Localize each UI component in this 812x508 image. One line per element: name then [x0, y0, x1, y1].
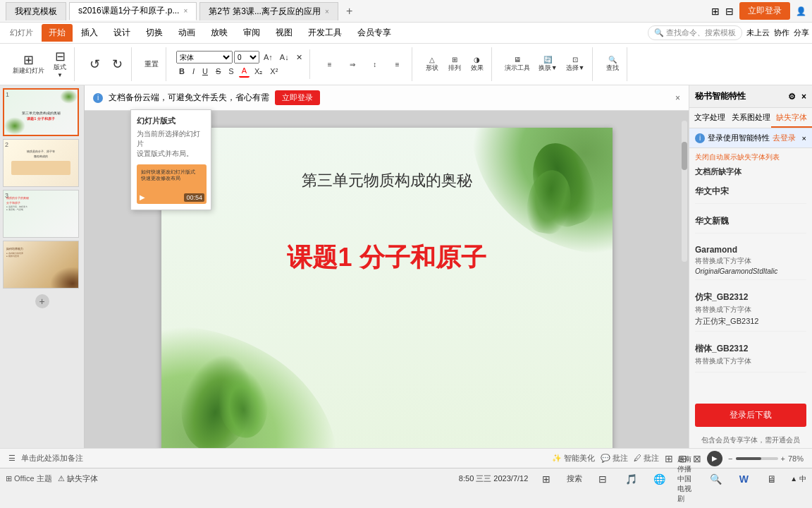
italic-btn[interactable]: I — [190, 66, 197, 77]
shadow-btn[interactable]: S — [226, 66, 236, 77]
tab-design[interactable]: 设计 — [106, 24, 137, 42]
slide-thumbnail-4[interactable]: 4 如何培养能力 ● 各种能力的培养 ● 观察与思考 — [3, 241, 79, 289]
close-panel-btn[interactable]: × — [801, 92, 806, 102]
align-btn[interactable]: ≡ — [388, 49, 407, 79]
font-family-select[interactable]: 宋体 — [176, 51, 233, 64]
effect-btn[interactable]: ◑ 效果 — [467, 49, 487, 79]
font-color-btn[interactable]: A — [239, 65, 250, 78]
bold-btn[interactable]: B — [176, 66, 187, 77]
reset-btn[interactable]: 重置 — [142, 49, 161, 79]
tab-insert[interactable]: 插入 — [74, 24, 105, 42]
layout-btn[interactable]: ⊟ 版式 ▼ — [50, 49, 70, 79]
undo-btn[interactable]: ↺ — [85, 49, 104, 79]
play-btn[interactable]: ▶ — [707, 451, 722, 466]
zoom-in-btn[interactable]: + — [781, 454, 785, 463]
notice-info-icon: i — [695, 133, 705, 143]
present-tools-btn[interactable]: 🖥 演示工具 — [502, 49, 533, 79]
find-label: 查找 — [606, 64, 619, 73]
zoom-out-btn[interactable]: − — [728, 454, 732, 463]
strikethrough-btn[interactable]: S — [213, 66, 223, 77]
line-spacing-btn[interactable]: ↕ — [365, 49, 385, 79]
tab-ppt1[interactable]: s2016课题1分子和原子.p... × — [69, 2, 197, 20]
collab-btn[interactable]: 协作 — [774, 28, 789, 38]
window-icon-2[interactable]: ⊟ — [725, 6, 734, 17]
slide-thumbnail-2[interactable]: 2 物质是由分子、原子等 微粒构成的 — [3, 139, 79, 187]
avatar-icon[interactable]: 👤 — [796, 6, 806, 16]
right-panel-tabs: 文字处理 关系图处理 缺失字体 — [689, 108, 812, 128]
font-increase-btn[interactable]: A↑ — [261, 52, 276, 63]
font-clear-btn[interactable]: ✕ — [293, 52, 305, 64]
indent-btn[interactable]: ⇒ — [343, 49, 362, 79]
tab-relation-diagram[interactable]: 关系图处理 — [730, 108, 771, 128]
font-size-select[interactable]: 0 — [234, 51, 259, 64]
select-btn[interactable]: ⊡ 选择▼ — [563, 49, 588, 79]
search-icon[interactable]: 🔍 — [706, 469, 725, 489]
tab-missing-font[interactable]: 缺失字体 — [771, 108, 812, 128]
redo-btn[interactable]: ↻ — [107, 49, 127, 79]
browser-icon[interactable]: 🌐 — [649, 469, 669, 489]
tab-start[interactable]: 开始 — [42, 24, 73, 42]
shapes-label: 形状 — [426, 64, 438, 73]
tab-ppt1-close[interactable]: × — [183, 7, 187, 15]
slide-thumbnail-1[interactable]: 1 第三单元物质构成的奥秘 课题1 分子和原子 — [3, 88, 79, 136]
effect-icon: ◑ — [474, 56, 480, 64]
tab-slideshow[interactable]: 放映 — [204, 24, 235, 42]
zoom-slider[interactable] — [736, 457, 778, 460]
word-icon[interactable]: W — [734, 469, 753, 489]
tab-transition[interactable]: 切换 — [139, 24, 170, 42]
font-replace-label-3: 将替换成下方字体 — [695, 256, 806, 266]
tab-ppt2-close[interactable]: × — [325, 8, 329, 16]
find-btn[interactable]: 🔍 查找 — [603, 49, 622, 79]
notice-close-btn[interactable]: × — [802, 134, 806, 143]
tab-vip[interactable]: 会员专享 — [350, 24, 398, 42]
tab-view[interactable]: 视图 — [269, 24, 300, 42]
annotate-btn[interactable]: 🖊 批注 — [634, 453, 659, 464]
draw-shapes-btn[interactable]: △ 形状 — [422, 49, 442, 79]
font-decrease-btn[interactable]: A↓ — [277, 52, 292, 63]
settings-icon[interactable]: ⚙ — [788, 92, 796, 102]
subscript-btn[interactable]: X₂ — [252, 66, 265, 78]
ai-beautify-btn[interactable]: ✨ 智能美化 — [552, 453, 595, 464]
close-font-list-link[interactable]: 关闭自动展示缺失字体列表 — [695, 153, 780, 161]
news-icon[interactable]: 越南停播中国电视剧 — [677, 469, 697, 489]
notice-login-link[interactable]: 去登录 — [773, 133, 796, 143]
share-btn[interactable]: 分享 — [794, 28, 809, 38]
comment-btn[interactable]: 💬 批注 — [601, 453, 628, 464]
canvas-scrollbar[interactable] — [682, 121, 687, 262]
tab-review[interactable]: 审阅 — [236, 24, 267, 42]
tab-template[interactable]: 我程克模板 — [6, 2, 66, 20]
slide-thumbnail-3[interactable]: 3 物质的分子的奥秘 分子和原子 ● 温度升高，体积变大 ● 液态氧→气态氧 — [3, 190, 79, 238]
find-icon: 🔍 — [608, 56, 617, 64]
music-icon[interactable]: 🎵 — [621, 469, 641, 489]
new-tab-button[interactable]: + — [341, 3, 358, 20]
view-normal-btn[interactable]: ⊞ — [665, 453, 673, 464]
search-box[interactable]: 🔍 查找命令、搜索模板 — [648, 25, 742, 40]
notify-close-btn[interactable]: × — [675, 93, 680, 103]
change-btn[interactable]: 🔄 换肤▼ — [536, 49, 560, 79]
login-download-btn[interactable]: 登录后下载 — [695, 404, 806, 427]
cloud-btn[interactable]: 未上云 — [746, 28, 770, 38]
task-view-btn[interactable]: ⊟ — [593, 469, 613, 489]
ribbon-group-find: 🔍 查找 — [598, 47, 627, 81]
popup-title: 幻灯片版式 — [137, 116, 205, 126]
popup-video-thumbnail[interactable]: 如何快速更改幻灯片版式快速更改修改布局 ▶ 00:54 — [137, 164, 207, 204]
underline-btn[interactable]: U — [199, 66, 211, 77]
add-slide-btn[interactable]: + — [35, 294, 49, 308]
login-button[interactable]: 立即登录 — [739, 2, 790, 20]
list-btn[interactable]: ≡ — [320, 49, 340, 79]
start-btn[interactable]: ⊞ — [536, 469, 556, 489]
window-icon-1[interactable]: ⊞ — [711, 6, 720, 17]
slide-subtitle: 课题1 分子和原子 — [161, 241, 613, 275]
tab-devtools[interactable]: 开发工具 — [301, 24, 349, 42]
arrange-btn[interactable]: ⊞ 排列 — [445, 49, 465, 79]
tab-ppt2[interactable]: 第2节 第3课...离子反应的应用 × — [199, 2, 338, 20]
screen-icon[interactable]: 🖥 — [762, 469, 782, 489]
tab-animation[interactable]: 动画 — [171, 24, 202, 42]
new-slide-btn[interactable]: ⊞ 新建幻灯片 — [10, 49, 47, 79]
tab-ppt1-label: s2016课题1分子和原子.p... — [78, 5, 179, 17]
notify-login-btn[interactable]: 立即登录 — [275, 90, 320, 105]
search-taskbar-btn[interactable]: 搜索 — [565, 469, 584, 489]
superscript-btn[interactable]: X² — [267, 66, 281, 77]
tab-text-processing[interactable]: 文字处理 — [689, 108, 730, 128]
tab-slide-panel[interactable]: 幻灯片 — [3, 25, 40, 41]
